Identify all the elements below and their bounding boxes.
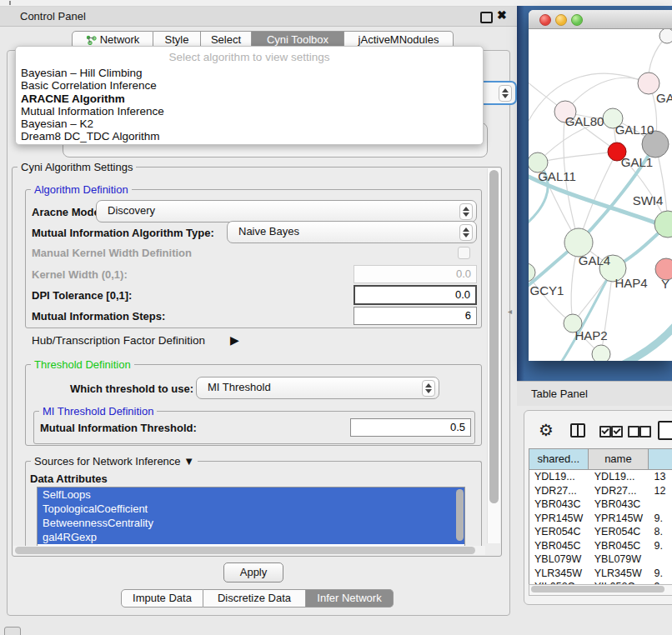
tab-impute-data-label: Impute Data <box>133 592 192 604</box>
which-threshold-value: MI Threshold <box>208 381 271 393</box>
mi-steps-label: Mutual Information Steps: <box>32 310 165 322</box>
network-canvas[interactable]: GALGAL80GAL10GAL1GAL11SWI4GAL4GCY1HAP4YH… <box>529 29 672 361</box>
table-cell: YER054C <box>589 525 651 539</box>
stepper-icon <box>422 380 435 397</box>
mi-steps-field[interactable]: 6 <box>354 307 477 325</box>
table-cell: YBR045C <box>529 539 589 553</box>
network-node[interactable] <box>659 29 672 43</box>
table-cell: 9. <box>650 512 672 526</box>
table-row[interactable]: YPR145WYPR145W9. <box>529 512 672 526</box>
node-label: GAL11 <box>538 169 576 183</box>
network-edge[interactable] <box>538 152 617 162</box>
hub-section-label[interactable]: Hub/Transcription Factor Definition <box>32 334 205 347</box>
data-attributes-label: Data Attributes <box>30 472 108 485</box>
columns-icon[interactable] <box>570 423 585 438</box>
dropdown-item[interactable]: Mutual Information Inference <box>21 105 478 118</box>
hub-collapsed-arrow-icon[interactable]: ▶ <box>230 333 239 347</box>
table-row[interactable]: YLR345WYLR345W9. <box>529 567 672 581</box>
attributes-scrollbar[interactable] <box>456 489 464 541</box>
dropdown-item[interactable]: Dream8 DC_TDC Algorithm <box>21 130 478 142</box>
network-edge[interactable] <box>565 78 649 112</box>
attribute-list-item[interactable]: BetweennessCentrality <box>38 516 464 530</box>
column-header-name[interactable]: name <box>589 449 649 469</box>
dropdown-item[interactable]: Bayesian – Hill Climbing <box>21 67 478 79</box>
column-header-partial[interactable] <box>649 449 672 469</box>
page-icon[interactable] <box>658 421 672 440</box>
desktop-edge-shadow <box>517 6 524 381</box>
minimize-traffic-light-icon[interactable] <box>555 14 567 26</box>
kernel-width-label: Kernel Width (0,1): <box>32 268 128 281</box>
network-graph[interactable]: GALGAL80GAL10GAL1GAL11SWI4GAL4GCY1HAP4YH… <box>529 29 672 361</box>
table-row[interactable]: YER054CYER054C8. <box>529 525 672 539</box>
data-attributes-list[interactable]: SelfLoopsTopologicalCoefficientBetweenne… <box>37 487 465 548</box>
dpi-tolerance-label: DPI Tolerance [0,1]: <box>32 289 132 302</box>
cyni-algorithm-settings-title: Cyni Algorithm Settings <box>18 161 136 173</box>
table-cell <box>650 552 672 567</box>
table-horizontal-scrollbar[interactable] <box>529 584 672 596</box>
table-horizontal-scrollbar-thumb[interactable] <box>531 586 664 592</box>
settings-vertical-scrollbar-thumb[interactable] <box>489 170 499 503</box>
table-cell: 9. <box>650 567 672 581</box>
mi-type-combobox[interactable]: Naive Bayes <box>227 221 477 243</box>
control-panel-titlebar: Control Panel ✖ <box>0 7 519 27</box>
settings-vertical-scrollbar[interactable] <box>487 168 500 543</box>
table-row[interactable]: YDR27...YDR27...12 <box>529 484 672 498</box>
mi-type-label: Mutual Information Algorithm Type: <box>32 227 214 239</box>
close-panel-icon[interactable]: ✖ <box>497 8 507 22</box>
manual-kernel-checkbox[interactable] <box>458 247 470 259</box>
dropdown-item[interactable]: ARACNE Algorithm <box>21 92 478 105</box>
checked-checkbox-icon[interactable] <box>611 426 623 438</box>
attribute-list-item[interactable]: TopologicalCoefficient <box>38 502 464 516</box>
which-threshold-label: Which threshold to use: <box>70 382 193 395</box>
panel-splitter-arrow-icon[interactable]: ◂ <box>508 307 512 316</box>
settings-horizontal-scrollbar[interactable] <box>13 546 485 555</box>
tab-discretize-data[interactable]: Discretize Data <box>203 589 306 608</box>
table-cell: 9. <box>650 539 672 553</box>
table-row[interactable]: YDL19...YDL19...13 <box>529 470 672 484</box>
network-node[interactable] <box>564 228 593 257</box>
unchecked-checkbox-icon[interactable] <box>639 426 651 438</box>
table-cell: YBR043C <box>589 498 651 512</box>
table-cell: YBL079W <box>529 552 589 567</box>
dpi-tolerance-field[interactable]: 0.0 <box>354 285 477 305</box>
node-label: SWI4 <box>633 193 664 208</box>
table-cell: YBL079W <box>589 552 651 567</box>
mini-corner-button[interactable] <box>4 627 21 635</box>
settings-horizontal-scrollbar-thumb[interactable] <box>15 547 475 554</box>
apply-button[interactable]: Apply <box>223 562 283 582</box>
tab-network-label: Network <box>100 33 140 46</box>
attribute-list-item[interactable]: gal4RGexp <box>38 530 464 544</box>
screen: Control Panel ✖ Network Style Select Cyn… <box>0 0 672 635</box>
close-traffic-light-icon[interactable] <box>539 14 551 26</box>
tab-infer-network[interactable]: Infer Network <box>306 589 394 608</box>
table-row[interactable]: YBL079WYBL079W <box>529 552 672 567</box>
dropdown-item[interactable]: Basic Correlation Inference <box>21 79 478 92</box>
gear-icon[interactable]: ⚙ <box>539 420 554 440</box>
network-node[interactable] <box>592 345 610 361</box>
mi-threshold-field[interactable]: 0.5 <box>350 418 471 437</box>
node-label: HAP4 <box>614 276 647 290</box>
tab-impute-data[interactable]: Impute Data <box>121 589 203 608</box>
table-cell: YPR145W <box>529 512 589 526</box>
table-row[interactable]: YBR043CYBR043C <box>529 498 672 512</box>
bottom-tabs: Impute Data Discretize Data Infer Networ… <box>121 589 394 608</box>
kernel-width-field[interactable]: 0.0 <box>354 265 477 283</box>
network-edge[interactable] <box>622 319 672 361</box>
network-window-titlebar[interactable] <box>529 10 672 29</box>
attribute-list-item[interactable]: SelfLoops <box>38 488 464 502</box>
table-cell: YDL19... <box>529 470 589 484</box>
column-header-shared-name[interactable]: shared... <box>529 449 589 469</box>
unchecked-checkbox-icon[interactable] <box>628 426 639 438</box>
checked-checkbox-icon[interactable] <box>599 426 611 438</box>
aracne-mode-label: Aracne Mode: <box>32 206 103 218</box>
aracne-mode-combobox[interactable]: Discovery <box>96 200 477 222</box>
zoom-traffic-light-icon[interactable] <box>571 14 583 26</box>
dropdown-item[interactable]: Bayesian – K2 <box>21 118 478 130</box>
dropdown-item-list: Bayesian – Hill ClimbingBasic Correlatio… <box>21 67 478 143</box>
table-cell: YLR345W <box>529 567 589 581</box>
sources-expanded-arrow-icon[interactable]: ▼ <box>183 455 194 468</box>
table-row[interactable]: YBR045CYBR045C9. <box>529 539 672 553</box>
tab-select-label: Select <box>211 33 241 46</box>
which-threshold-combobox[interactable]: MI Threshold <box>196 377 439 399</box>
float-panel-icon[interactable] <box>480 12 493 23</box>
